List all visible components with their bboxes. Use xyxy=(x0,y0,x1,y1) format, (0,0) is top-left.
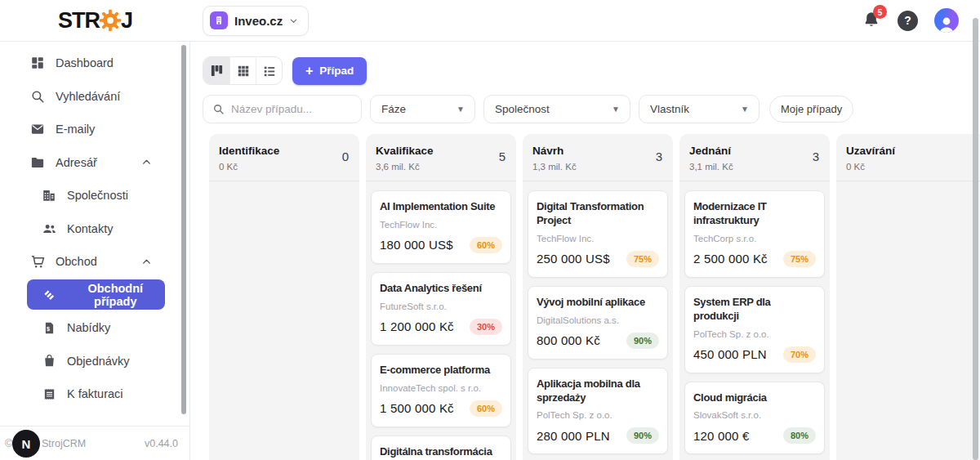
filter-toolbar: Fáze ▼ Společnost ▼ Vlastník ▼ Moje příp… xyxy=(203,95,980,123)
case-card[interactable]: Cloud migrácia SlovakSoft s.r.o. 120 000… xyxy=(684,382,825,455)
kanban-icon xyxy=(210,64,224,78)
copyright-symbol: © xyxy=(5,438,12,449)
sidebar-item-contacts[interactable]: Kontakty xyxy=(0,212,189,246)
case-card[interactable]: AI Implementation Suite TechFlow Inc. 18… xyxy=(371,190,511,264)
search-icon xyxy=(29,89,46,104)
user-avatar[interactable] xyxy=(934,8,959,33)
sidebar-item-label: Společnosti xyxy=(67,189,128,202)
case-amount: 280 000 PLN xyxy=(537,429,610,443)
sidebar-item-label: Adresář xyxy=(56,156,97,169)
gear-icon xyxy=(99,9,122,32)
probability-badge: 60% xyxy=(470,400,502,417)
quote-document-icon: $ xyxy=(41,321,57,335)
sidebar-item-invoicing[interactable]: K fakturaci xyxy=(0,377,189,411)
phase-filter-select[interactable]: Fáze ▼ xyxy=(370,95,475,123)
column-sum: 3,1 mil. Kč xyxy=(689,162,820,172)
sidebar-item-sales[interactable]: Obchod xyxy=(0,245,189,279)
sidebar-item-orders[interactable]: Objednávky xyxy=(0,345,189,378)
case-card[interactable]: Modernizace IT infrastruktury TechCorp s… xyxy=(684,190,825,278)
app-logo: STR J xyxy=(58,8,132,33)
sidebar-item-search[interactable]: Vyhledávání xyxy=(0,80,189,114)
sidebar-item-label: Obchod xyxy=(56,255,97,268)
case-card[interactable]: Data Analytics řešení FutureSoft s.r.o. … xyxy=(371,272,511,346)
caret-down-icon: ▼ xyxy=(741,105,749,114)
sidebar-item-label: Obchodní případy xyxy=(66,282,165,308)
kanban-view-button[interactable] xyxy=(203,57,229,84)
company-filter-select[interactable]: Společnost ▼ xyxy=(483,95,630,123)
case-title: E-commerce platforma xyxy=(380,364,502,377)
folder-icon xyxy=(29,155,46,170)
case-title: Digital Transformation Project xyxy=(537,200,659,228)
case-title: Modernizace IT infrastruktury xyxy=(693,200,816,228)
sidebar-item-offers[interactable]: $ Nabídky xyxy=(0,311,189,345)
person-icon xyxy=(937,15,956,33)
sidebar-item-address-book[interactable]: Adresář xyxy=(0,146,189,180)
sidebar-scrollbar[interactable] xyxy=(181,45,186,414)
help-button[interactable]: ? xyxy=(898,11,918,31)
search-icon xyxy=(212,103,225,115)
column-title: Identifikace xyxy=(219,145,350,157)
case-card[interactable]: Digital Transformation Project TechFlow … xyxy=(528,190,668,278)
email-icon xyxy=(29,122,46,136)
sidebar-item-dashboard[interactable]: Dashboard xyxy=(0,47,189,80)
sidebar-item-emails[interactable]: E-maily xyxy=(0,113,189,146)
case-card[interactable]: Vývoj mobilní aplikace DigitalSolutions … xyxy=(528,286,668,360)
help-label: ? xyxy=(904,14,911,27)
column-title: Jednání xyxy=(689,145,820,157)
column-title: Uzavírání xyxy=(846,145,977,157)
column-sum: 0 Kč xyxy=(219,162,350,172)
logo-text-pre: STR xyxy=(58,8,100,33)
company-building-icon xyxy=(41,188,57,203)
sidebar-item-companies[interactable]: Společnosti xyxy=(0,179,189,212)
case-company: InnovateTech spol. s r.o. xyxy=(380,383,502,393)
probability-badge: 80% xyxy=(783,427,816,444)
case-title: System ERP dla produkcji xyxy=(693,296,816,324)
view-toolbar: + Případ xyxy=(203,56,980,85)
case-company: TechFlow Inc. xyxy=(380,220,502,230)
page-scrollbar[interactable] xyxy=(973,18,978,460)
case-title: Digitálna transformácia xyxy=(380,445,502,459)
probability-badge: 90% xyxy=(626,427,659,444)
add-case-button[interactable]: + Případ xyxy=(292,57,367,85)
my-cases-label: Moje případy xyxy=(781,103,842,115)
case-amount: 1 500 000 Kč xyxy=(380,401,454,415)
column-count: 3 xyxy=(656,150,662,163)
logo-text-post: J xyxy=(121,8,132,33)
case-title: Data Analytics řešení xyxy=(380,282,502,296)
grid-icon xyxy=(237,65,250,78)
notifications-button[interactable]: 5 xyxy=(862,11,881,30)
owner-filter-select[interactable]: Vlastník ▼ xyxy=(639,95,760,123)
case-title: Cloud migrácia xyxy=(693,391,816,405)
list-view-button[interactable] xyxy=(256,57,282,84)
kanban-column-jednani: Jednání 3,1 mil. Kč 3 Modernizace IT inf… xyxy=(679,134,830,460)
case-title: AI Implementation Suite xyxy=(380,200,502,214)
case-card[interactable]: System ERP dla produkcji PolTech Sp. z o… xyxy=(684,286,825,373)
kanban-column-navrh: Návrh 1,3 mil. Kč 3 Digital Transformati… xyxy=(523,134,673,460)
probability-badge: 70% xyxy=(783,346,816,363)
case-company: TechFlow Inc. xyxy=(537,234,659,243)
sidebar-item-label: Dashboard xyxy=(56,56,114,69)
workspace-switcher[interactable]: Inveo.cz xyxy=(203,6,309,36)
case-search-input[interactable] xyxy=(231,103,345,115)
column-header: Návrh 1,3 mil. Kč 3 xyxy=(523,134,673,181)
app-version: v0.44.0 xyxy=(145,438,178,449)
kanban-column-identifikace: Identifikace 0 Kč 0 xyxy=(209,134,359,460)
sidebar-item-business-cases[interactable]: Obchodní případy xyxy=(27,279,165,310)
sidebar-footer: © N StrojCRM v0.44.0 xyxy=(0,426,189,460)
view-switcher xyxy=(203,56,283,85)
case-card[interactable]: Aplikacja mobilna dla sprzedaży PolTech … xyxy=(528,368,668,455)
case-card[interactable]: Digitálna transformácia SlovakSoft s.r.o… xyxy=(371,435,511,460)
invoice-icon xyxy=(41,387,57,401)
my-cases-button[interactable]: Moje případy xyxy=(769,96,853,123)
people-icon xyxy=(41,221,57,236)
phase-filter-label: Fáze xyxy=(381,103,406,115)
case-title: Vývoj mobilní aplikace xyxy=(537,296,659,310)
sidebar-item-label: Vyhledávání xyxy=(56,90,120,103)
building-icon xyxy=(210,11,228,29)
case-amount: 800 000 Kč xyxy=(537,333,600,347)
case-card[interactable]: E-commerce platforma InnovateTech spol. … xyxy=(371,354,511,427)
grid-view-button[interactable] xyxy=(229,57,256,84)
main-content: + Případ Fáze ▼ Společnost ▼ Vlastník ▼ … xyxy=(190,42,980,460)
case-amount: 250 000 US$ xyxy=(537,252,610,266)
kanban-board: Identifikace 0 Kč 0 Kvalifikace 3,6 mil.… xyxy=(209,134,980,460)
